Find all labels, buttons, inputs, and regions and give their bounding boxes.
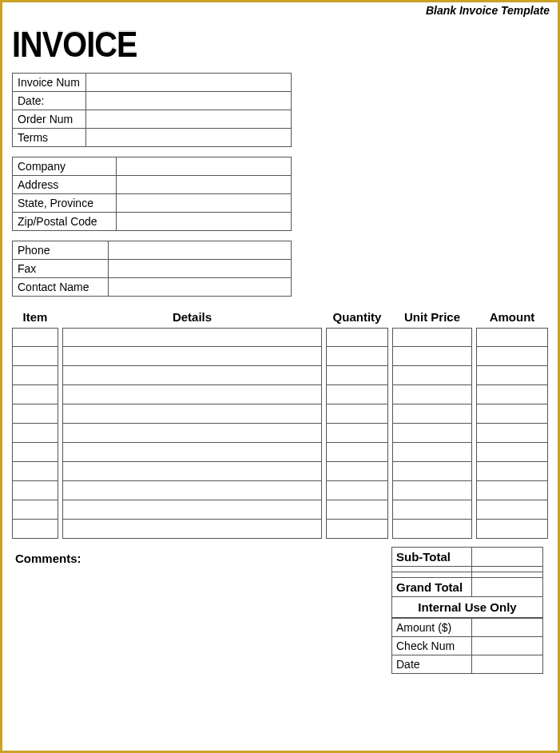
company-info-block: Company Address State, Province Zip/Post… bbox=[12, 157, 292, 231]
table-row bbox=[12, 347, 548, 366]
internal-date-value[interactable] bbox=[471, 655, 543, 674]
check-num-value[interactable] bbox=[471, 637, 543, 655]
cell-amount[interactable] bbox=[476, 385, 548, 404]
cell-details[interactable] bbox=[62, 500, 322, 520]
cell-qty[interactable] bbox=[326, 328, 388, 347]
cell-price[interactable] bbox=[392, 366, 472, 385]
order-num-value[interactable] bbox=[86, 110, 291, 128]
cell-details[interactable] bbox=[62, 366, 322, 385]
table-row bbox=[12, 385, 548, 404]
cell-qty[interactable] bbox=[326, 462, 388, 481]
company-value[interactable] bbox=[117, 157, 291, 175]
cell-item[interactable] bbox=[12, 385, 58, 404]
contact-value[interactable] bbox=[109, 278, 291, 296]
internal-date-label: Date bbox=[391, 655, 471, 674]
cell-details[interactable] bbox=[62, 462, 322, 481]
invoice-page: Blank Invoice Template INVOICE INVOICE I… bbox=[0, 0, 560, 753]
table-row bbox=[12, 481, 548, 500]
amount-label: Amount ($) bbox=[391, 618, 471, 637]
cell-item[interactable] bbox=[12, 443, 58, 462]
totals-blank-label-1 bbox=[391, 567, 471, 572]
cell-item[interactable] bbox=[12, 520, 58, 539]
cell-price[interactable] bbox=[392, 385, 472, 404]
address-label: Address bbox=[13, 176, 117, 193]
cell-details[interactable] bbox=[62, 481, 322, 500]
totals-blank-value-1[interactable] bbox=[471, 567, 543, 572]
contact-info-block: Phone Fax Contact Name bbox=[12, 241, 292, 297]
table-row bbox=[12, 500, 548, 520]
cell-item[interactable] bbox=[12, 404, 58, 424]
cell-price[interactable] bbox=[392, 481, 472, 500]
subtotal-label: Sub-Total bbox=[391, 547, 471, 567]
table-row bbox=[12, 443, 548, 462]
items-table: Item Details Quantity Unit Price Amount bbox=[12, 306, 548, 539]
col-header-price: Unit Price bbox=[392, 306, 472, 328]
cell-amount[interactable] bbox=[476, 404, 548, 424]
cell-details[interactable] bbox=[62, 328, 322, 347]
cell-item[interactable] bbox=[12, 481, 58, 500]
cell-amount[interactable] bbox=[476, 443, 548, 462]
cell-qty[interactable] bbox=[326, 500, 388, 520]
state-label: State, Province bbox=[13, 194, 117, 212]
cell-amount[interactable] bbox=[476, 366, 548, 385]
cell-amount[interactable] bbox=[476, 481, 548, 500]
phone-value[interactable] bbox=[109, 241, 291, 259]
cell-amount[interactable] bbox=[476, 500, 548, 520]
invoice-info-block: Invoice Num Date: Order Num Terms bbox=[12, 73, 292, 147]
cell-item[interactable] bbox=[12, 500, 58, 520]
date-value[interactable] bbox=[86, 92, 291, 110]
col-header-details: Details bbox=[62, 306, 322, 328]
amount-value[interactable] bbox=[471, 618, 543, 637]
cell-qty[interactable] bbox=[326, 366, 388, 385]
cell-amount[interactable] bbox=[476, 462, 548, 481]
cell-details[interactable] bbox=[62, 424, 322, 443]
cell-item[interactable] bbox=[12, 462, 58, 481]
totals-blank-label-2 bbox=[391, 572, 471, 578]
grand-total-label: Grand Total bbox=[391, 578, 471, 597]
cell-price[interactable] bbox=[392, 424, 472, 443]
cell-details[interactable] bbox=[62, 385, 322, 404]
cell-qty[interactable] bbox=[326, 520, 388, 539]
state-value[interactable] bbox=[117, 194, 291, 212]
cell-price[interactable] bbox=[392, 462, 472, 481]
zip-value[interactable] bbox=[117, 213, 291, 230]
cell-amount[interactable] bbox=[476, 347, 548, 366]
comments-label: Comments: bbox=[12, 547, 391, 674]
cell-item[interactable] bbox=[12, 328, 58, 347]
cell-item[interactable] bbox=[12, 347, 58, 366]
col-header-qty: Quantity bbox=[326, 306, 388, 328]
cell-price[interactable] bbox=[392, 500, 472, 520]
cell-qty[interactable] bbox=[326, 481, 388, 500]
cell-qty[interactable] bbox=[326, 404, 388, 424]
cell-amount[interactable] bbox=[476, 424, 548, 443]
cell-details[interactable] bbox=[62, 404, 322, 424]
cell-price[interactable] bbox=[392, 404, 472, 424]
address-value[interactable] bbox=[117, 176, 291, 193]
cell-qty[interactable] bbox=[326, 424, 388, 443]
cell-price[interactable] bbox=[392, 328, 472, 347]
title-block: INVOICE INVOICE bbox=[12, 25, 548, 65]
cell-item[interactable] bbox=[12, 424, 58, 443]
cell-amount[interactable] bbox=[476, 520, 548, 539]
cell-price[interactable] bbox=[392, 347, 472, 366]
cell-amount[interactable] bbox=[476, 328, 548, 347]
company-label: Company bbox=[13, 157, 117, 175]
cell-item[interactable] bbox=[12, 366, 58, 385]
items-header-row: Item Details Quantity Unit Price Amount bbox=[12, 306, 548, 328]
page-title: INVOICE bbox=[12, 25, 494, 65]
cell-price[interactable] bbox=[392, 520, 472, 539]
cell-details[interactable] bbox=[62, 443, 322, 462]
subtotal-value[interactable] bbox=[471, 547, 543, 567]
cell-details[interactable] bbox=[62, 520, 322, 539]
invoice-num-value[interactable] bbox=[86, 74, 291, 91]
cell-qty[interactable] bbox=[326, 385, 388, 404]
grand-total-value[interactable] bbox=[471, 578, 543, 597]
terms-value[interactable] bbox=[86, 129, 291, 146]
fax-value[interactable] bbox=[109, 260, 291, 277]
cell-details[interactable] bbox=[62, 347, 322, 366]
cell-qty[interactable] bbox=[326, 443, 388, 462]
cell-price[interactable] bbox=[392, 443, 472, 462]
totals-blank-value-2[interactable] bbox=[471, 572, 543, 578]
fax-label: Fax bbox=[13, 260, 109, 277]
cell-qty[interactable] bbox=[326, 347, 388, 366]
